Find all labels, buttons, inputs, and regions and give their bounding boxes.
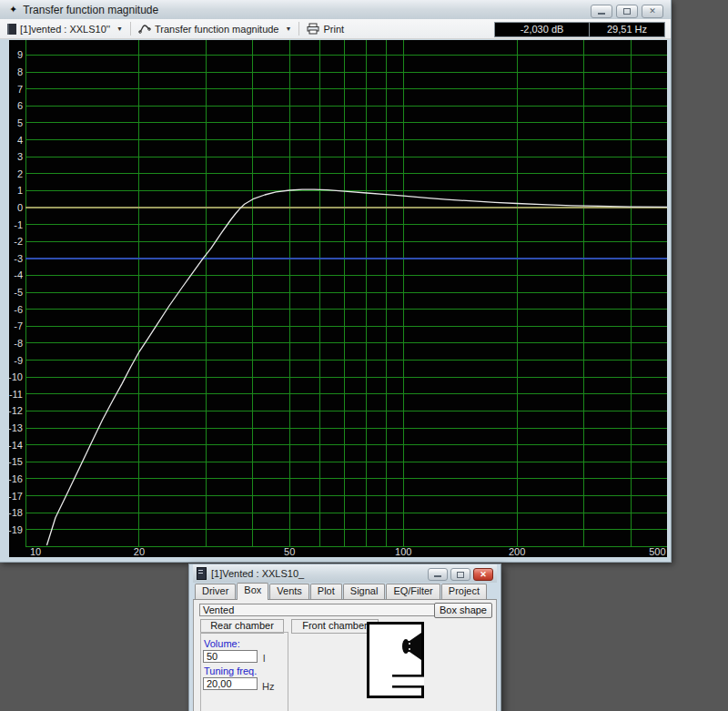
y-tick-label: -5 — [14, 287, 23, 298]
volume-label: Volume: — [204, 638, 240, 649]
minimize-icon — [434, 575, 441, 577]
tuning-freq-unit: Hz — [262, 681, 274, 692]
y-tick-label: -8 — [14, 338, 23, 349]
tab-plot[interactable]: Plot — [310, 584, 342, 599]
tab-driver[interactable]: Driver — [195, 584, 236, 599]
chevron-down-icon: ▼ — [286, 25, 292, 32]
box-schematic — [367, 622, 427, 700]
box-tab-content: Vented Box shape Rear chamber Front cham… — [193, 599, 497, 711]
plot-canvas: 9876543210-1-2-3-4-5-6-7-8-9-10-11-12-13… — [9, 40, 667, 557]
y-tick-label: -11 — [9, 389, 23, 400]
y-tick-label: -2 — [14, 236, 23, 247]
transfer-function-plot[interactable]: 9876543210-1-2-3-4-5-6-7-8-9-10-11-12-13… — [9, 40, 667, 557]
y-tick-label: -16 — [9, 473, 23, 484]
y-tick-label: -15 — [9, 456, 23, 467]
cursor-freq-readout: 29,51 Hz — [590, 22, 665, 37]
y-tick-label: -14 — [9, 440, 23, 451]
tab-project[interactable]: Project — [441, 584, 487, 599]
project-selector[interactable]: [1]vented : XXLS10'' ▼ — [4, 20, 126, 37]
cursor-db-readout: -2,030 dB — [494, 22, 590, 37]
box-type-field[interactable]: Vented — [199, 604, 437, 616]
y-tick-label: -7 — [14, 320, 23, 331]
project-icon — [7, 24, 16, 35]
four-point-star-icon: ✦ — [9, 5, 17, 15]
box-shape-button[interactable]: Box shape — [434, 603, 492, 618]
x-tick-label: 10 — [30, 546, 41, 557]
y-tick-label: 0 — [17, 202, 23, 213]
x-tick-label: 50 — [284, 546, 295, 557]
tuning-freq-label: Tuning freq. — [204, 665, 257, 676]
y-tick-label: -6 — [14, 304, 23, 315]
y-tick-label: -3 — [14, 253, 23, 264]
volume-unit: l — [263, 653, 265, 664]
maximize-button[interactable] — [616, 5, 638, 18]
y-tick-label: 7 — [17, 84, 23, 95]
transfer-function-magnitude — [47, 189, 667, 544]
graph-type-selector-label: Transfer function magnitude — [155, 24, 279, 35]
y-tick-label: -9 — [14, 355, 23, 366]
minimize-icon — [598, 13, 605, 15]
y-tick-label: 5 — [17, 117, 23, 128]
maximize-icon — [457, 572, 464, 578]
project-selector-label: [1]vented : XXLS10'' — [20, 24, 110, 35]
y-tick-label: 3 — [17, 151, 23, 162]
curve-icon — [138, 24, 151, 35]
main-window-title: Transfer function magnitude — [23, 4, 158, 16]
dialog-title: [1]Vented : XXLS10_ — [211, 568, 304, 579]
y-tick-label: -4 — [14, 269, 23, 280]
print-button[interactable]: Print — [303, 20, 348, 37]
y-tick-label: -17 — [9, 491, 23, 502]
maximize-icon — [623, 8, 631, 15]
dialog-close-button[interactable]: ✕ — [473, 568, 493, 581]
tab-eq-filter[interactable]: EQ/Filter — [386, 584, 440, 599]
y-tick-label: -10 — [9, 371, 23, 382]
x-tick-label: 200 — [509, 546, 525, 557]
tab-vents[interactable]: Vents — [269, 584, 309, 599]
main-titlebar[interactable]: ✦ Transfer function magnitude ✕ — [0, 0, 671, 19]
main-toolbar: [1]vented : XXLS10'' ▼ Transfer function… — [0, 19, 671, 39]
tab-signal[interactable]: Signal — [343, 584, 386, 599]
y-tick-label: -19 — [9, 524, 23, 535]
y-tick-label: -18 — [9, 507, 23, 518]
volume-input[interactable]: 50 — [203, 650, 258, 663]
y-tick-label: 4 — [17, 135, 23, 146]
y-tick-label: 9 — [17, 49, 23, 60]
x-tick-label: 500 — [649, 546, 665, 557]
x-tick-label: 100 — [395, 546, 411, 557]
close-button[interactable]: ✕ — [642, 5, 663, 18]
print-button-label: Print — [323, 24, 344, 35]
dialog-minimize-button[interactable] — [428, 568, 448, 581]
dialog-titlebar[interactable]: [1]Vented : XXLS10_ ✕ — [193, 564, 497, 583]
y-tick-label: 1 — [17, 185, 23, 196]
y-tick-label: 2 — [17, 168, 23, 179]
dialog-maximize-button[interactable] — [450, 568, 470, 581]
dialog-tabstrip: DriverBoxVentsPlotSignalEQ/FilterProject — [193, 584, 497, 599]
toolbar-separator — [130, 22, 131, 36]
minimize-button[interactable] — [591, 5, 612, 18]
front-chamber-button[interactable]: Front chamber — [291, 619, 379, 634]
x-tick-label: 20 — [134, 546, 145, 557]
tuning-freq-input[interactable]: 20,00 — [203, 677, 258, 690]
vented-box-dialog: [1]Vented : XXLS10_ ✕ DriverBoxVentsPlot… — [188, 564, 501, 711]
document-icon — [197, 567, 207, 580]
y-tick-label: -12 — [9, 405, 23, 416]
y-tick-label: -13 — [9, 422, 23, 433]
y-tick-label: 8 — [17, 66, 23, 77]
graph-type-selector[interactable]: Transfer function magnitude ▼ — [135, 20, 296, 37]
y-tick-label: -1 — [14, 219, 23, 230]
y-tick-label: 6 — [17, 100, 23, 111]
printer-icon — [307, 23, 319, 35]
main-window: ✦ Transfer function magnitude ✕ [1]vente… — [0, 0, 672, 563]
chevron-down-icon: ▼ — [116, 25, 123, 32]
tab-box[interactable]: Box — [237, 583, 268, 600]
toolbar-separator — [298, 22, 299, 36]
